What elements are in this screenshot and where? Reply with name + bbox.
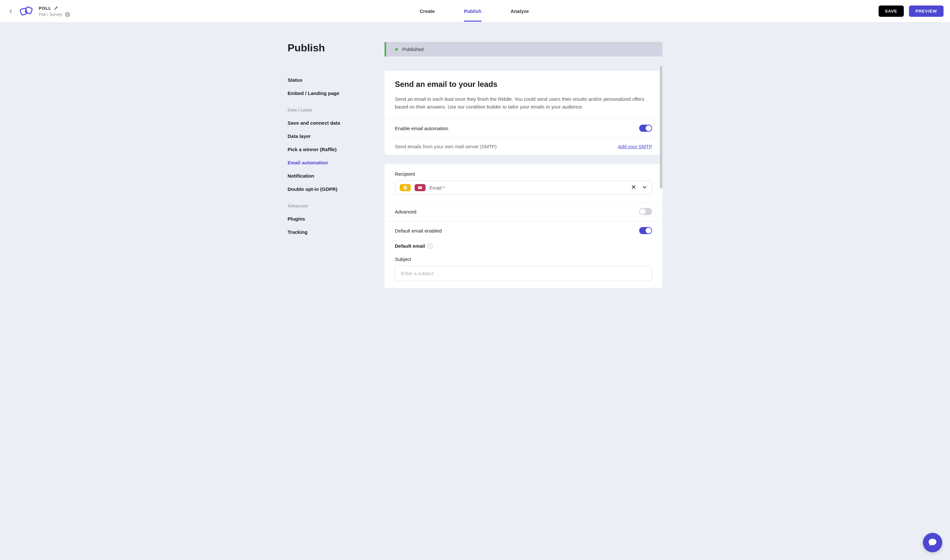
default-enabled-toggle[interactable] bbox=[639, 227, 652, 234]
enable-automation-toggle[interactable] bbox=[639, 125, 652, 132]
recipient-label: Recipient bbox=[395, 171, 652, 177]
chevron-down-icon[interactable] bbox=[642, 185, 647, 191]
sidebar-item-raffle[interactable]: Pick a winner (Raffle) bbox=[288, 143, 384, 156]
default-enabled-label: Default email enabled bbox=[395, 228, 442, 234]
subject-input[interactable] bbox=[395, 266, 652, 281]
advanced-label: Advanced bbox=[395, 209, 416, 214]
tab-publish[interactable]: Publish bbox=[464, 1, 481, 22]
title-block: POLL Poll / Survey i bbox=[39, 6, 70, 17]
content: Publish Status Embed / Landing page Data… bbox=[281, 42, 669, 288]
status-banner: Published bbox=[384, 42, 662, 57]
back-button[interactable] bbox=[6, 7, 15, 16]
smtp-label: Send emails from your own mail server (S… bbox=[395, 144, 497, 149]
sidebar: Publish Status Embed / Landing page Data… bbox=[288, 42, 384, 288]
sidebar-section-data: Data / Leads bbox=[288, 108, 384, 112]
email-config-card: Recipient Email * Advanced bbox=[384, 164, 662, 288]
recipient-value: Email * bbox=[429, 185, 627, 191]
header-actions: SAVE PREVIEW bbox=[879, 6, 944, 17]
status-dot-icon bbox=[395, 48, 398, 51]
form-chip-icon bbox=[400, 184, 411, 191]
svg-rect-4 bbox=[404, 188, 406, 188]
tab-analyze[interactable]: Analyze bbox=[510, 1, 529, 22]
nav-tabs: Create Publish Analyze bbox=[70, 1, 879, 22]
advanced-toggle[interactable] bbox=[639, 208, 652, 215]
sidebar-item-status[interactable]: Status bbox=[288, 73, 384, 86]
sidebar-item-embed[interactable]: Embed / Landing page bbox=[288, 86, 384, 100]
form-icon bbox=[403, 185, 407, 190]
sidebar-item-save-data[interactable]: Save and connect data bbox=[288, 116, 384, 129]
clear-icon[interactable] bbox=[631, 185, 636, 191]
envelope-icon bbox=[418, 185, 423, 190]
app-logo[interactable] bbox=[18, 5, 35, 18]
sidebar-item-tracking[interactable]: Tracking bbox=[288, 225, 384, 238]
edit-title-button[interactable] bbox=[54, 6, 58, 11]
svg-rect-5 bbox=[418, 186, 422, 189]
scrollbar-thumb[interactable] bbox=[660, 66, 662, 189]
page-heading: Publish bbox=[288, 42, 384, 54]
sidebar-item-notification[interactable]: Notification bbox=[288, 169, 384, 183]
email-leads-card: Send an email to your leads Send an emai… bbox=[384, 71, 662, 155]
sidebar-section-advanced: Advanced bbox=[288, 203, 384, 208]
email-chip-icon bbox=[415, 184, 426, 191]
tab-create[interactable]: Create bbox=[420, 1, 435, 22]
svg-rect-3 bbox=[404, 187, 406, 187]
page-subtitle: Poll / Survey bbox=[39, 12, 62, 17]
status-text: Published bbox=[402, 46, 424, 52]
default-enabled-row: Default email enabled bbox=[384, 221, 662, 240]
default-email-label: Default email i bbox=[395, 243, 652, 249]
page-title: POLL bbox=[39, 6, 51, 11]
enable-automation-row: Enable email automation bbox=[384, 118, 662, 138]
smtp-row: Send emails from your own mail server (S… bbox=[384, 138, 662, 155]
recipient-select[interactable]: Email * bbox=[395, 180, 652, 195]
logo-icon bbox=[18, 5, 35, 18]
card-description: Send an email to each lead once they fin… bbox=[395, 95, 652, 111]
sidebar-item-email-automation[interactable]: Email automation bbox=[288, 156, 384, 169]
info-button[interactable]: i bbox=[65, 12, 70, 17]
scrollbar-track bbox=[660, 66, 662, 260]
main: Published Send an email to your leads Se… bbox=[384, 42, 662, 288]
app-header: POLL Poll / Survey i Create Publish Anal… bbox=[0, 0, 950, 23]
enable-automation-label: Enable email automation bbox=[395, 126, 448, 131]
sidebar-item-data-layer[interactable]: Data layer bbox=[288, 129, 384, 143]
advanced-row: Advanced bbox=[384, 202, 662, 221]
preview-button[interactable]: PREVIEW bbox=[909, 6, 944, 17]
save-button[interactable]: SAVE bbox=[879, 6, 904, 17]
pencil-icon bbox=[54, 6, 58, 10]
card-title: Send an email to your leads bbox=[395, 80, 652, 89]
subject-label: Subject bbox=[395, 257, 652, 262]
chevron-left-icon bbox=[9, 9, 13, 13]
sidebar-item-plugins[interactable]: Plugins bbox=[288, 212, 384, 225]
default-email-info-icon[interactable]: i bbox=[427, 243, 433, 249]
default-email-label-text: Default email bbox=[395, 243, 425, 249]
sidebar-item-gdpr[interactable]: Double opt-in (GDPR) bbox=[288, 183, 384, 196]
add-smtp-link[interactable]: Add your SMTP bbox=[618, 144, 652, 149]
svg-rect-1 bbox=[25, 6, 32, 14]
